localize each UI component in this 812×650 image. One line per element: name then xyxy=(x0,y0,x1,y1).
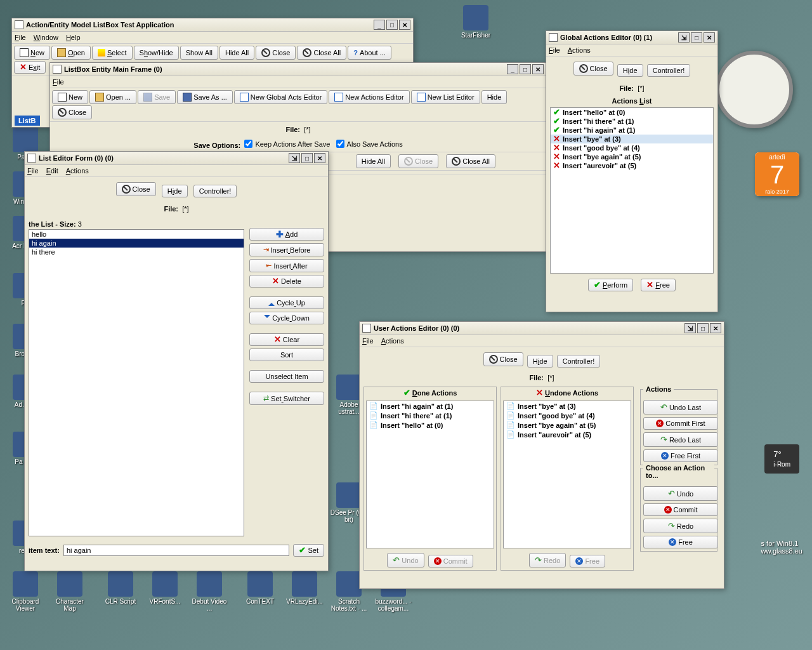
undone-list[interactable]: 📄Insert "bye" at (3)📄Insert "good bye" a… xyxy=(503,401,631,548)
titlebar[interactable]: Global Actions Editor (0) (1) ⇲ □ ✕ xyxy=(546,31,717,44)
desktop-icon[interactable]: VRLazyEdi... xyxy=(285,571,324,605)
done-row[interactable]: 📄Insert "hi again" at (1) xyxy=(367,401,494,411)
close-button2[interactable]: Close xyxy=(256,46,296,60)
hide-button[interactable]: Hide xyxy=(481,90,508,104)
redo-choose-button[interactable]: ↷Redo xyxy=(643,519,718,533)
showhide-button[interactable]: Show/Hide xyxy=(134,46,179,60)
undone-row[interactable]: 📄Insert "aurevoir" at (5) xyxy=(504,430,631,439)
desktop-icon[interactable]: StarFisher xyxy=(457,5,495,39)
hide-button[interactable]: Hide xyxy=(162,185,188,197)
free-choose-button[interactable]: ✕Free xyxy=(643,536,718,548)
undo-last-button[interactable]: ↶Undo Last xyxy=(643,400,718,415)
titlebar[interactable]: ListBox Entity Main Frame (0) _ □ ✕ xyxy=(50,63,546,76)
maximize-button[interactable]: □ xyxy=(691,32,702,43)
undone-row[interactable]: 📄Insert "good bye" at (4) xyxy=(504,411,631,420)
perform-button[interactable]: ✔Perform xyxy=(588,279,633,291)
new-list-editor-button[interactable]: New List Editor xyxy=(411,90,480,104)
menu-window[interactable]: Window xyxy=(34,34,58,41)
about-button[interactable]: ?About ... xyxy=(348,46,391,60)
menu-file[interactable]: File xyxy=(53,78,64,86)
menu-file[interactable]: File xyxy=(15,34,26,41)
undone-row[interactable]: 📄Insert "bye" at (3) xyxy=(504,401,631,411)
set-button[interactable]: ✔Set xyxy=(293,544,324,557)
done-row[interactable]: 📄Insert "hi there" at (1) xyxy=(367,411,494,420)
minimize-button[interactable]: _ xyxy=(507,64,518,74)
desktop-icon[interactable]: Character Map xyxy=(51,571,89,612)
free-first-button[interactable]: ✕Free First xyxy=(643,449,718,462)
commit-first-button[interactable]: ✕Commit First xyxy=(643,417,718,430)
closeall-button[interactable]: Close All xyxy=(446,154,495,168)
restore-button[interactable]: ⇲ xyxy=(678,32,690,43)
desktop-icon[interactable]: Debut Video ... xyxy=(190,571,228,612)
the-list[interactable]: hellohi againhi there xyxy=(29,229,244,536)
close-button2[interactable]: Close xyxy=(573,62,613,76)
action-row[interactable]: ✕Insert "aurevoir" at (5) xyxy=(551,161,713,170)
controller-button[interactable]: Controller! xyxy=(193,185,237,197)
menu-edit[interactable]: Edit xyxy=(46,167,58,175)
list-row[interactable]: hi there xyxy=(29,248,244,256)
insert-after-button[interactable]: ⇤Insert After xyxy=(249,259,324,272)
action-row[interactable]: ✕Insert "bye again" at (5) xyxy=(551,152,713,161)
restore-button[interactable]: ⇲ xyxy=(289,153,300,163)
actions-list[interactable]: ✔Insert "hello" at (0)✔Insert "hi there"… xyxy=(550,107,714,274)
clear-button[interactable]: ✕Clear xyxy=(249,333,324,346)
menu-actions[interactable]: Actions xyxy=(568,46,591,54)
saveas-button[interactable]: Save As ... xyxy=(177,90,233,104)
menu-help[interactable]: Help xyxy=(66,34,81,41)
done-list[interactable]: 📄Insert "hi again" at (1)📄Insert "hi the… xyxy=(366,401,494,548)
action-row[interactable]: ✔Insert "hi again" at (1) xyxy=(551,126,713,135)
select-button[interactable]: Select xyxy=(92,46,133,60)
add-button[interactable]: ✚Add xyxy=(249,228,324,241)
commit-choose-button[interactable]: ✕Commit xyxy=(643,503,718,516)
close-button[interactable]: ✕ xyxy=(710,323,721,333)
exit-button[interactable]: ✕Exit xyxy=(14,61,46,74)
menu-file[interactable]: File xyxy=(549,46,560,54)
close-button[interactable]: ✕ xyxy=(704,32,715,43)
titlebar[interactable]: List Editor Form (0) (0) ⇲ □ ✕ xyxy=(25,152,328,165)
close-button[interactable]: ✕ xyxy=(532,64,544,74)
restore-button[interactable]: ⇲ xyxy=(684,323,696,333)
hide-button[interactable]: Hide xyxy=(527,355,553,368)
close-button2[interactable]: Close xyxy=(52,105,92,119)
close-button[interactable]: ✕ xyxy=(314,153,325,163)
chk-keep-actions[interactable]: Keep Actions After Save xyxy=(244,140,330,148)
open-button[interactable]: Open ... xyxy=(89,90,136,104)
controller-button[interactable]: Controller! xyxy=(557,355,601,368)
closeall-button[interactable]: Close All xyxy=(297,46,346,60)
menu-actions[interactable]: Actions xyxy=(381,337,404,345)
new-actions-editor-button[interactable]: New Actions Editor xyxy=(329,90,409,104)
desktop-icon[interactable]: Clipboard Viewer xyxy=(6,571,44,612)
redo-last-button[interactable]: ↷Redo Last xyxy=(643,432,718,447)
sort-button[interactable]: Sort xyxy=(249,348,324,361)
maximize-button[interactable]: □ xyxy=(386,20,398,30)
new-button[interactable]: New xyxy=(14,46,50,60)
desktop-icon[interactable]: VRFontS... xyxy=(146,571,184,605)
close-button2[interactable]: Close xyxy=(116,182,156,196)
action-row[interactable]: ✔Insert "hello" at (0) xyxy=(551,108,713,117)
free-button[interactable]: ✕Free xyxy=(641,279,676,291)
new-button[interactable]: New xyxy=(52,90,88,104)
hideall-button[interactable]: Hide All xyxy=(356,154,391,168)
action-row[interactable]: ✔Insert "hi there" at (1) xyxy=(551,117,713,126)
titlebar[interactable]: Action/Entity Model ListBox Test Applica… xyxy=(12,18,413,32)
menu-actions[interactable]: Actions xyxy=(66,167,89,175)
controller-button[interactable]: Controller! xyxy=(647,64,691,77)
action-row[interactable]: ✕Insert "good bye" at (4) xyxy=(551,143,713,152)
maximize-button[interactable]: □ xyxy=(697,323,709,333)
done-row[interactable]: 📄Insert "hello" at (0) xyxy=(367,420,494,430)
cycle-down-button[interactable]: Cycle Down xyxy=(249,312,324,324)
undo-choose-button[interactable]: ↶Undo xyxy=(643,486,718,501)
close-button2[interactable]: Close xyxy=(483,352,523,366)
chk-also-save[interactable]: Also Save Actions xyxy=(336,140,403,148)
titlebar[interactable]: User Actions Editor (0) (0) ⇲ □ ✕ xyxy=(360,322,724,335)
undone-row[interactable]: 📄Insert "bye again" at (5) xyxy=(504,420,631,430)
cycle-up-button[interactable]: Cycle Up xyxy=(249,296,324,309)
close-button[interactable]: ✕ xyxy=(399,20,410,30)
list-row[interactable]: hello xyxy=(29,230,244,239)
desktop-icon[interactable]: ConTEXT xyxy=(241,571,279,605)
hide-button[interactable]: Hide xyxy=(617,64,643,77)
hideall-button[interactable]: Hide All xyxy=(219,46,254,60)
maximize-button[interactable]: □ xyxy=(301,153,313,163)
list-item[interactable]: ListB xyxy=(15,116,40,126)
desktop-icon[interactable]: CLR Script xyxy=(102,571,140,605)
